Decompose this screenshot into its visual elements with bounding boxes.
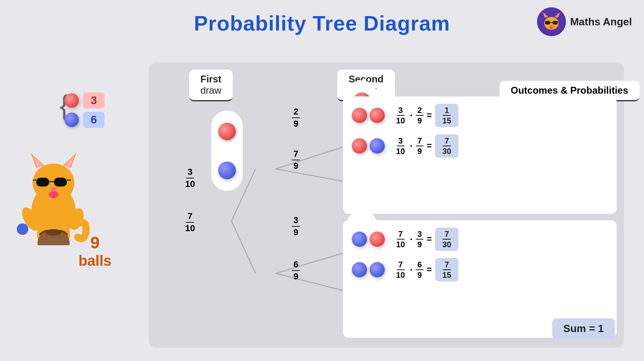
outcome-rb-ball2 bbox=[369, 138, 385, 154]
outcome-bb-balls bbox=[352, 262, 388, 277]
svg-rect-7 bbox=[553, 21, 558, 25]
ball-count-display: 3 6 bbox=[64, 92, 105, 128]
outcome-bb: 710 · 69 = 715 bbox=[352, 258, 608, 281]
outcome-rr-equation: 310 · 29 = 115 bbox=[394, 104, 608, 127]
frac-3-10: 3 10 bbox=[185, 167, 195, 190]
red-ball-icon bbox=[64, 93, 79, 108]
svg-point-41 bbox=[45, 229, 62, 236]
outcome-br-ball2 bbox=[369, 232, 385, 247]
frac-2-9: 2 9 bbox=[292, 107, 300, 129]
outcome-bb-equation: 710 · 69 = 715 bbox=[394, 258, 608, 281]
cat-illustration bbox=[15, 145, 88, 237]
outcome-bb-ball2 bbox=[369, 262, 385, 277]
svg-rect-31 bbox=[54, 178, 67, 187]
outcome-rr-frac1: 310 bbox=[394, 105, 407, 125]
first-draw-red-ball bbox=[218, 123, 236, 140]
outcome-group-red: 310 · 29 = 115 bbox=[343, 96, 617, 214]
sum-box: Sum = 1 bbox=[552, 318, 615, 339]
first-draw-label-suffix: draw bbox=[200, 85, 221, 96]
frac-6-9: 6 9 bbox=[292, 259, 300, 282]
outcome-br: 710 · 39 = 730 bbox=[352, 228, 608, 251]
main-panel: First draw Second draw Outcomes & Probab… bbox=[149, 62, 624, 348]
outcome-rr-balls bbox=[352, 108, 388, 123]
outcome-br-frac2: 39 bbox=[416, 229, 423, 249]
blue-count: 6 bbox=[83, 112, 105, 128]
outcome-rr-ball2 bbox=[369, 108, 385, 123]
svg-point-10 bbox=[550, 27, 553, 29]
logo-text: Maths Angel bbox=[570, 16, 632, 28]
svg-point-9 bbox=[550, 25, 553, 27]
logo-icon bbox=[537, 7, 566, 36]
nine-balls-label: 9 balls bbox=[78, 233, 111, 269]
outcome-rr: 310 · 29 = 115 bbox=[352, 104, 608, 127]
blue-ball-row: 6 bbox=[64, 112, 105, 128]
blue-ball-icon bbox=[64, 113, 79, 127]
outcome-rb-ball1 bbox=[352, 138, 367, 154]
outcome-br-result: 730 bbox=[435, 228, 458, 251]
svg-point-35 bbox=[51, 187, 56, 191]
logo-area: Maths Angel bbox=[537, 7, 632, 36]
outcome-br-frac1: 710 bbox=[394, 229, 407, 249]
outcome-rr-result: 115 bbox=[435, 104, 458, 127]
outcome-bb-ball1 bbox=[352, 262, 367, 277]
outcome-bb-frac2: 69 bbox=[416, 260, 423, 280]
outcome-rb-frac1: 310 bbox=[394, 136, 407, 156]
outcome-rr-ball1 bbox=[352, 108, 367, 123]
outcome-rb-equation: 310 · 79 = 730 bbox=[394, 134, 608, 158]
svg-rect-30 bbox=[36, 178, 49, 187]
svg-line-43 bbox=[231, 221, 256, 273]
red-count: 3 bbox=[83, 92, 105, 109]
frac-7-10: 7 10 bbox=[185, 211, 195, 234]
outcome-rb-frac2: 79 bbox=[416, 136, 423, 156]
red-ball-row: 3 bbox=[64, 92, 105, 109]
outcome-rb: 310 · 79 = 730 bbox=[352, 134, 608, 158]
frac-7-9: 7 9 bbox=[292, 149, 300, 172]
outcome-rb-result: 730 bbox=[435, 134, 458, 158]
outcome-br-ball1 bbox=[352, 232, 367, 247]
outcome-br-balls bbox=[352, 232, 388, 247]
outcome-rb-balls bbox=[352, 138, 388, 154]
svg-rect-6 bbox=[545, 21, 550, 25]
outcome-bb-result: 715 bbox=[435, 258, 458, 281]
outcome-bb-frac1: 710 bbox=[394, 260, 407, 280]
first-draw-blue-ball bbox=[218, 162, 236, 179]
outcome-br-equation: 710 · 39 = 730 bbox=[394, 228, 608, 251]
svg-point-23 bbox=[17, 224, 28, 235]
frac-3-9: 3 9 bbox=[292, 215, 300, 238]
outcome-rr-frac2: 29 bbox=[416, 105, 423, 125]
first-draw-pill bbox=[211, 111, 243, 191]
outcomes-panel: 310 · 29 = 115 bbox=[343, 96, 617, 338]
